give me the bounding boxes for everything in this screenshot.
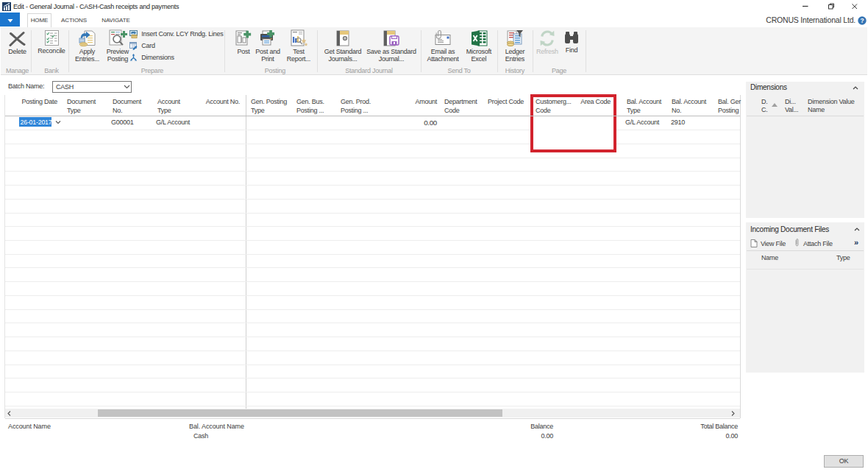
- svg-text:?: ?: [861, 17, 864, 24]
